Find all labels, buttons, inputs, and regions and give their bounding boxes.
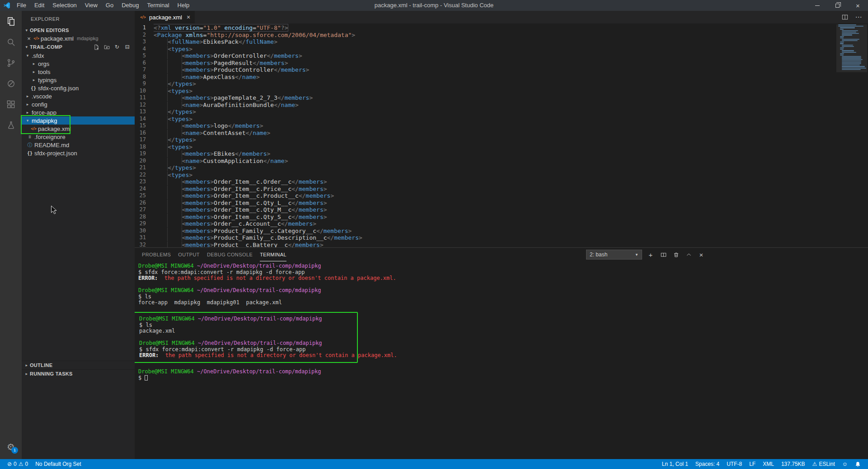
tree-item-tools[interactable]: ▸tools <box>22 68 135 76</box>
tree-item-typings[interactable]: ▸typings <box>22 76 135 84</box>
tree-item-readme-md[interactable]: ⓘREADME.md <box>22 141 135 149</box>
panel-tab-output[interactable]: OUTPUT <box>178 248 200 261</box>
tree-item-vscode[interactable]: ▸.vscode <box>22 92 135 100</box>
kill-terminal-icon[interactable] <box>672 251 680 259</box>
menu-file[interactable]: File <box>13 0 30 11</box>
menu-selection[interactable]: Selection <box>48 0 80 11</box>
eslint-status[interactable]: ⚠ ESLint <box>809 461 839 467</box>
code-line-9[interactable]: </types> <box>154 80 868 88</box>
code-line-27[interactable]: <members>Order_Item__c.Qty_M__c</members… <box>154 206 868 214</box>
folder-section-header[interactable]: ▾ TRAIL-COMP ↻ ⊟ <box>22 42 135 51</box>
menu-debug[interactable]: Debug <box>117 0 143 11</box>
menu-help[interactable]: Help <box>174 0 194 11</box>
test-beaker-icon[interactable] <box>0 115 22 135</box>
code-line-13[interactable]: </types> <box>154 108 868 116</box>
refresh-icon[interactable]: ↻ <box>113 43 121 51</box>
extensions-icon[interactable] <box>0 94 22 115</box>
code-line-30[interactable]: <members>Product_Family__c.Category__c</… <box>154 228 868 235</box>
tree-item-package-xml[interactable]: </>package.xml <box>22 125 135 133</box>
running-tasks-section-header[interactable]: ▸ RUNNING TASKS <box>22 369 135 378</box>
minimize-button[interactable] <box>807 0 827 11</box>
code-line-26[interactable]: <members>Order_Item__c.Qty_L__c</members… <box>154 200 868 207</box>
code-content[interactable]: <?xml version="1.0" encoding="UTF-8"?><P… <box>154 23 868 247</box>
code-line-12[interactable]: <name>AuraDefinitionBundle</name> <box>154 102 868 109</box>
new-folder-icon[interactable] <box>103 43 110 51</box>
tree-item-force-app[interactable]: ▸force-app <box>22 108 135 116</box>
new-file-icon[interactable] <box>93 43 100 51</box>
search-icon[interactable] <box>0 32 22 52</box>
code-line-6[interactable]: <members>PagedResult</members> <box>154 60 868 67</box>
menu-edit[interactable]: Edit <box>30 0 48 11</box>
menu-terminal[interactable]: Terminal <box>143 0 173 11</box>
tree-item-mdapipkg[interactable]: ▾mdapipkg <box>22 116 135 125</box>
panel-tab-debug-console[interactable]: DEBUG CONSOLE <box>207 248 253 261</box>
panel-tab-problems[interactable]: PROBLEMS <box>142 248 171 261</box>
debug-icon[interactable] <box>0 73 22 94</box>
collapse-all-icon[interactable]: ⊟ <box>124 43 131 51</box>
maximize-panel-icon[interactable] <box>685 251 693 259</box>
open-editor-item[interactable]: × </> package.xml mdapipkg <box>22 34 135 42</box>
code-line-23[interactable]: <members>Order_Item__c.Order__c</members… <box>154 178 868 186</box>
outline-section-header[interactable]: ▸ OUTLINE <box>22 361 135 369</box>
eol-status[interactable]: LF <box>746 461 759 467</box>
settings-gear-icon[interactable]: ⚙1 <box>0 439 22 455</box>
split-editor-icon[interactable] <box>841 13 849 21</box>
panel-tab-terminal[interactable]: TERMINAL <box>260 248 286 261</box>
code-line-29[interactable]: <members>Order__c.Account__c</members> <box>154 220 868 228</box>
code-line-25[interactable]: <members>Order_Item__c.Product__c</membe… <box>154 192 868 200</box>
restore-button[interactable] <box>827 0 848 11</box>
code-line-3[interactable]: <fullName>EbikesPack</fullName> <box>154 38 868 46</box>
code-line-4[interactable]: <types> <box>154 46 868 53</box>
code-line-32[interactable]: <members>Product__c.Battery__c</members> <box>154 241 868 248</box>
code-line-2[interactable]: <Package xmlns="http://soap.sforce.com/2… <box>154 32 868 39</box>
code-line-1[interactable]: <?xml version="1.0" encoding="UTF-8"?> <box>154 24 868 32</box>
new-terminal-icon[interactable]: + <box>647 251 655 259</box>
tab-package-xml[interactable]: </> package.xml × <box>135 11 195 23</box>
open-editors-header[interactable]: ▾ OPEN EDITORS <box>22 26 135 34</box>
file-size-status[interactable]: 137.75KB <box>778 461 809 467</box>
code-line-7[interactable]: <members>ProductController</members> <box>154 66 868 74</box>
tree-item-forceignore[interactable]: ≣.forceignore <box>22 133 135 141</box>
close-icon[interactable]: × <box>187 14 190 21</box>
code-line-14[interactable]: <types> <box>154 116 868 123</box>
code-line-28[interactable]: <members>Order_Item__c.Qty_S__c</members… <box>154 214 868 221</box>
code-line-21[interactable]: </types> <box>154 164 868 172</box>
split-terminal-icon[interactable] <box>659 251 667 259</box>
tree-item-config[interactable]: ▸config <box>22 100 135 108</box>
language-mode-status[interactable]: XML <box>759 461 778 467</box>
code-line-5[interactable]: <members>OrderController</members> <box>154 52 868 60</box>
source-control-icon[interactable] <box>0 52 22 73</box>
default-org-status[interactable]: No Default Org Set <box>32 461 84 467</box>
code-line-17[interactable]: </types> <box>154 136 868 144</box>
more-actions-icon[interactable]: ⋯ <box>854 13 863 21</box>
code-line-10[interactable]: <types> <box>154 88 868 95</box>
code-line-16[interactable]: <name>ContentAsset</name> <box>154 130 868 137</box>
menu-view[interactable]: View <box>81 0 102 11</box>
explorer-icon[interactable] <box>0 11 22 32</box>
indentation-status[interactable]: Spaces: 4 <box>692 461 723 467</box>
code-line-22[interactable]: <types> <box>154 172 868 179</box>
code-line-11[interactable]: <members>pageTemplate_2_7_3</members> <box>154 94 868 102</box>
code-line-24[interactable]: <members>Order_Item__c.Price__c</members… <box>154 186 868 193</box>
code-line-18[interactable]: <types> <box>154 144 868 151</box>
code-line-20[interactable]: <name>CustomApplication</name> <box>154 158 868 165</box>
encoding-status[interactable]: UTF-8 <box>723 461 746 467</box>
feedback-smiley-icon[interactable]: ☺ <box>839 461 851 467</box>
code-line-8[interactable]: <name>ApexClass</name> <box>154 74 868 81</box>
terminal-shell-select[interactable]: 2: bash ▼ <box>586 250 642 260</box>
code-line-31[interactable]: <members>Product_Family__c.Description__… <box>154 234 868 241</box>
close-panel-icon[interactable]: × <box>697 251 705 259</box>
close-icon[interactable]: × <box>25 35 33 42</box>
terminal-output[interactable]: Drobe@MSI MINGW64 ~/OneDrive/Desktop/tra… <box>135 261 868 387</box>
code-editor[interactable]: 1234567891011121314151617181920212223242… <box>135 23 868 247</box>
menu-go[interactable]: Go <box>102 0 117 11</box>
tree-item-sfdx[interactable]: ▾.sfdx <box>22 51 135 60</box>
code-line-19[interactable]: <members>EBikes</members> <box>154 150 868 158</box>
tree-item-sfdx-config-json[interactable]: {}sfdx-config.json <box>22 84 135 92</box>
minimap[interactable] <box>838 24 865 70</box>
tree-item-sfdx-project-json[interactable]: {}sfdx-project.json <box>22 149 135 157</box>
problems-status[interactable]: ⊘ 0 ⚠ 0 <box>4 461 32 467</box>
close-button[interactable]: × <box>848 0 868 11</box>
code-line-15[interactable]: <members>logo</members> <box>154 122 868 130</box>
notifications-bell-icon[interactable] <box>851 461 864 467</box>
